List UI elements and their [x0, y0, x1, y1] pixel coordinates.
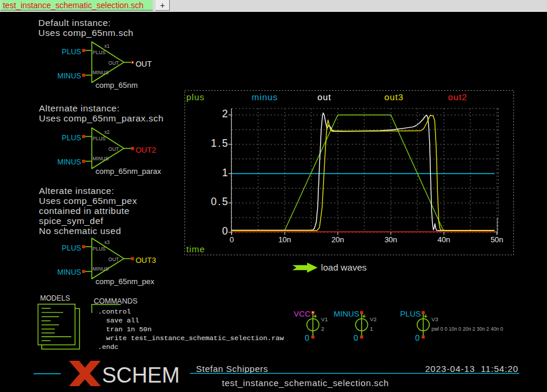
- svg-text:OUT: OUT: [108, 146, 119, 152]
- svg-text:out: out: [318, 92, 332, 102]
- svg-text:0: 0: [222, 225, 228, 237]
- svg-text:spice_sym_def: spice_sym_def: [39, 216, 103, 226]
- svg-text:0: 0: [415, 333, 420, 342]
- svg-text:OUT2: OUT2: [136, 146, 156, 154]
- svg-text:40n: 40n: [437, 235, 450, 244]
- svg-text:VCC: VCC: [294, 309, 311, 318]
- svg-text:PLUS: PLUS: [62, 48, 81, 56]
- svg-text:SCHEM: SCHEM: [102, 363, 180, 387]
- svg-text:0.5: 0.5: [211, 196, 229, 207]
- svg-text:30n: 30n: [384, 235, 397, 244]
- svg-text:OUT: OUT: [108, 256, 119, 262]
- svg-text:MINUS: MINUS: [334, 309, 360, 318]
- svg-text:load waves: load waves: [321, 262, 367, 272]
- svg-text:PLUS: PLUS: [93, 246, 106, 252]
- svg-text:PLUS: PLUS: [62, 244, 81, 252]
- svg-text:Default instance:: Default instance:: [38, 18, 111, 28]
- svg-text:x3: x3: [104, 239, 110, 245]
- svg-text:Uses comp_65nm_parax.sch: Uses comp_65nm_parax.sch: [39, 113, 164, 123]
- svg-text:PLUS: PLUS: [400, 309, 421, 318]
- svg-text:0: 0: [354, 333, 358, 342]
- svg-text:0: 0: [305, 333, 309, 342]
- svg-text:1: 1: [370, 325, 373, 332]
- svg-text:comp_65nm_parax: comp_65nm_parax: [95, 167, 162, 176]
- svg-text:.control: .control: [98, 308, 131, 316]
- svg-text:OUT3: OUT3: [136, 256, 156, 265]
- svg-text:MINUS: MINUS: [57, 268, 81, 276]
- svg-text:MINUS: MINUS: [93, 70, 109, 75]
- svg-text:MINUS: MINUS: [57, 158, 81, 166]
- svg-text:Alterate instance:: Alterate instance:: [39, 186, 114, 196]
- svg-text:V2: V2: [370, 317, 377, 322]
- svg-text:OUT: OUT: [108, 60, 119, 66]
- svg-text:Alternate instance:: Alternate instance:: [39, 103, 120, 113]
- svg-text:minus: minus: [252, 92, 278, 102]
- svg-text:pwl 0 0 10n 0 20n 2 30n 2 40n: pwl 0 0 10n 0 20n 2 30n 2 40n 0: [431, 326, 503, 332]
- svg-text:MINUS: MINUS: [93, 266, 109, 272]
- svg-text:MODELS: MODELS: [40, 294, 70, 302]
- svg-text:out2: out2: [448, 92, 467, 102]
- svg-text:20n: 20n: [331, 235, 344, 244]
- svg-text:x2: x2: [104, 129, 110, 135]
- svg-text:write test_instance_schematic_: write test_instance_schematic_selection.…: [106, 334, 284, 342]
- svg-text:MINUS: MINUS: [93, 156, 109, 162]
- svg-text:Uses comp_65nm_pex: Uses comp_65nm_pex: [39, 196, 137, 206]
- svg-text:out3: out3: [384, 92, 404, 102]
- svg-text:2023-04-13 11:54:20: 2023-04-13 11:54:20: [425, 364, 518, 374]
- svg-text:PLUS: PLUS: [93, 136, 106, 141]
- svg-text:+: +: [160, 1, 164, 10]
- svg-text:COMMANDS: COMMANDS: [94, 297, 137, 305]
- svg-text:Stefan Schippers: Stefan Schippers: [196, 364, 268, 374]
- svg-text:OUT: OUT: [136, 60, 152, 68]
- svg-text:2: 2: [222, 108, 228, 120]
- svg-text:2: 2: [321, 325, 324, 332]
- svg-text:No schematic used: No schematic used: [39, 226, 121, 236]
- svg-text:1.5: 1.5: [211, 137, 229, 149]
- svg-text:comp_65nm: comp_65nm: [95, 81, 138, 90]
- svg-text:1: 1: [222, 167, 228, 179]
- svg-text:test_instance_schematic_select: test_instance_schematic_selection.sch: [3, 1, 144, 10]
- svg-text:tran 1n 50n: tran 1n 50n: [106, 325, 151, 334]
- svg-text:save all: save all: [106, 317, 139, 325]
- svg-text:PLUS: PLUS: [93, 50, 106, 55]
- svg-text:10n: 10n: [278, 235, 291, 244]
- svg-text:MINUS: MINUS: [57, 72, 81, 80]
- svg-text:50n: 50n: [490, 235, 503, 244]
- svg-text:plus: plus: [186, 92, 205, 102]
- svg-text:.endc: .endc: [98, 343, 118, 351]
- svg-text:Uses comp_65nm.sch: Uses comp_65nm.sch: [38, 28, 133, 38]
- svg-text:0: 0: [229, 235, 233, 244]
- svg-text:PLUS: PLUS: [62, 134, 81, 142]
- svg-text:time: time: [186, 244, 205, 254]
- svg-text:contained in attribute: contained in attribute: [39, 206, 130, 216]
- svg-text:x1: x1: [104, 43, 110, 49]
- svg-text:test_instance_schematic_select: test_instance_schematic_selection.sch: [222, 378, 389, 388]
- svg-text:V3: V3: [431, 317, 438, 322]
- svg-text:comp_65nm_pex: comp_65nm_pex: [95, 277, 154, 286]
- svg-text:V1: V1: [321, 317, 328, 322]
